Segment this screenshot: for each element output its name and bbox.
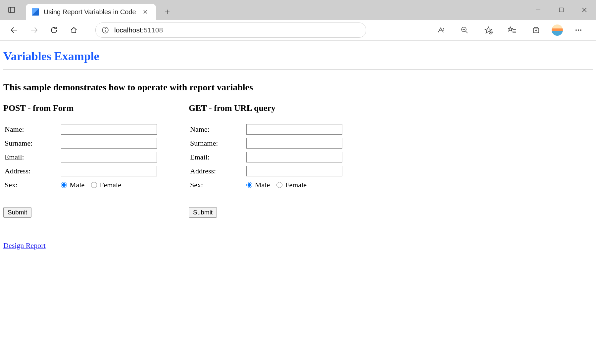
read-aloud-button[interactable] [432, 23, 449, 37]
tab-actions-button[interactable] [0, 0, 23, 20]
divider [3, 69, 593, 69]
tab-favicon-icon [32, 8, 39, 16]
post-sex-male-radio[interactable] [61, 182, 67, 188]
address-bar[interactable]: localhost:51108 [95, 23, 366, 38]
profile-avatar[interactable] [552, 24, 563, 36]
get-sex-female-option[interactable]: Female [276, 181, 307, 189]
post-name-input[interactable] [61, 124, 157, 135]
svg-line-17 [466, 31, 468, 33]
close-window-button[interactable] [573, 0, 596, 20]
get-name-input[interactable] [246, 124, 342, 135]
get-surname-label: Surname: [189, 139, 246, 148]
post-sex-female-option[interactable]: Female [91, 181, 121, 189]
post-email-label: Email: [3, 153, 61, 161]
svg-point-31 [578, 29, 579, 31]
new-tab-button[interactable] [161, 5, 174, 19]
post-sex-female-radio[interactable] [91, 182, 97, 188]
post-submit-button[interactable]: Submit [3, 207, 31, 218]
window-controls [526, 0, 596, 20]
forward-button[interactable] [26, 23, 42, 37]
get-address-input[interactable] [246, 166, 342, 176]
post-email-input[interactable] [61, 152, 157, 162]
home-button[interactable] [66, 23, 82, 37]
get-form-title: GET - from URL query [189, 103, 374, 113]
get-submit-button[interactable]: Submit [189, 207, 217, 218]
page-content: Variables Example This sample demonstrat… [0, 41, 596, 256]
get-address-label: Address: [189, 167, 246, 175]
maximize-button[interactable] [550, 0, 573, 20]
post-address-input[interactable] [61, 166, 157, 176]
toolbar-right-icons [432, 23, 587, 37]
refresh-button[interactable] [46, 23, 62, 37]
tab-close-button[interactable] [141, 7, 150, 17]
favorites-list-button[interactable] [504, 23, 521, 37]
zoom-out-button[interactable] [456, 23, 473, 37]
post-sex-male-option[interactable]: Male [61, 181, 84, 189]
tab-title: Using Report Variables in Code [44, 8, 136, 16]
site-info-icon[interactable] [102, 26, 109, 34]
more-button[interactable] [570, 23, 587, 37]
post-sex-label: Sex: [3, 181, 61, 189]
post-address-label: Address: [3, 167, 61, 175]
favorite-button[interactable] [480, 23, 497, 37]
page-title: Variables Example [3, 49, 593, 63]
get-name-label: Name: [189, 125, 246, 134]
svg-point-32 [580, 29, 581, 31]
page-subheading: This sample demonstrates how to operate … [3, 82, 593, 93]
get-email-input[interactable] [246, 152, 342, 162]
svg-marker-23 [508, 27, 513, 31]
collections-button[interactable] [528, 23, 544, 37]
design-report-link[interactable]: Design Report [3, 241, 46, 250]
get-sex-male-radio[interactable] [246, 182, 252, 188]
post-form: POST - from Form Name: Surname: Email: A… [3, 103, 189, 218]
get-email-label: Email: [189, 153, 246, 161]
get-sex-male-option[interactable]: Male [246, 181, 270, 189]
svg-point-30 [575, 29, 577, 31]
svg-point-14 [105, 28, 106, 29]
browser-tab[interactable]: Using Report Variables in Code [26, 4, 156, 20]
post-name-label: Name: [3, 125, 61, 134]
svg-rect-0 [9, 7, 15, 13]
post-form-title: POST - from Form [3, 103, 189, 113]
titlebar: Using Report Variables in Code [0, 0, 596, 20]
url-text: localhost:51108 [114, 26, 163, 34]
get-form: GET - from URL query Name: Surname: Emai… [189, 103, 374, 218]
back-button[interactable] [6, 23, 23, 37]
svg-rect-7 [559, 8, 563, 12]
post-surname-input[interactable] [61, 138, 157, 149]
minimize-button[interactable] [526, 0, 550, 20]
divider [3, 227, 593, 227]
get-sex-female-radio[interactable] [276, 182, 282, 188]
browser-toolbar: localhost:51108 [0, 20, 596, 41]
post-surname-label: Surname: [3, 139, 61, 148]
get-surname-input[interactable] [246, 138, 342, 149]
get-sex-label: Sex: [189, 181, 246, 189]
